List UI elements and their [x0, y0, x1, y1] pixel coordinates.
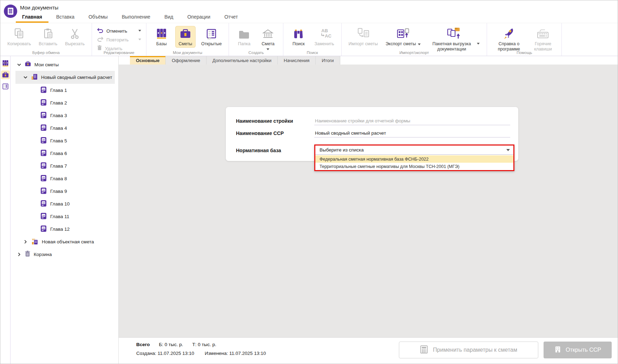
tree-item-object-estimate[interactable]: Новая объектная смета	[15, 235, 115, 248]
normative-base-select[interactable]: Выберите из списка	[315, 146, 513, 155]
svg-text:гл: гл	[42, 113, 45, 115]
tree-item-chapter[interactable]: гл Глава 3	[15, 109, 115, 122]
paste-label: Вставить	[39, 41, 57, 47]
ribbon-group-import-export: Импорт сметы Экспорт сметы Пакетная выгр…	[342, 23, 487, 56]
document-tab[interactable]: Оформление	[166, 56, 206, 65]
menu-tab-label: Отчет	[224, 14, 238, 20]
document-tab[interactable]: Основные	[130, 56, 166, 65]
create-estimate-button[interactable]: Смета	[258, 26, 278, 53]
option-label: Территориальные сметные нормативы для Мо…	[320, 164, 459, 169]
chapter-icon: гл	[40, 86, 47, 94]
ribbon-group-clipboard: Копировать Вставить Вырезать Буфер обмен…	[0, 23, 92, 56]
hotkeys-button[interactable]: Горячие клавиши	[529, 26, 557, 53]
menu-tab-label: Главная	[22, 14, 42, 20]
create-folder-label: Папка	[238, 41, 250, 47]
statusbar: Всего Б: 0 тыс. р. Т: 0 тыс. р. Создана:…	[119, 337, 618, 364]
about-button[interactable]: Справка о программе	[492, 26, 526, 53]
paste-icon	[42, 27, 54, 40]
batch-dropdown-caret-icon[interactable]	[477, 43, 480, 46]
open-ssr-button[interactable]: Открыть ССР	[544, 342, 612, 358]
construction-name-input[interactable]	[314, 117, 510, 125]
tree-item-label: Глава 11	[50, 214, 69, 219]
group-name-editing: Редактирование	[92, 50, 146, 55]
tree-item-label: Глава 5	[50, 138, 67, 143]
svg-text:гл: гл	[42, 227, 45, 229]
tree-item-chapter[interactable]: гл Глава 8	[15, 172, 115, 185]
ribbon-group-create: Папка Смета Создать	[229, 23, 283, 56]
menu-tab[interactable]: Отчет	[217, 12, 245, 23]
normative-base-label: Нормативная база	[236, 148, 314, 153]
create-folder-button[interactable]: Папка	[234, 26, 254, 48]
redo-dropdown-caret-icon[interactable]	[138, 39, 141, 42]
tree-item-chapter[interactable]: гл Глава 1	[15, 84, 115, 96]
menu-tab[interactable]: Вставка	[49, 12, 81, 23]
replace-button[interactable]: ABAC Заменить	[312, 26, 336, 48]
search-button[interactable]: Поиск	[288, 26, 309, 48]
tree-item-chapter[interactable]: гл Глава 7	[15, 160, 115, 172]
rail-opened-icon[interactable]	[1, 82, 10, 91]
tree-item-chapter[interactable]: гл Глава 6	[15, 147, 115, 160]
document-tab[interactable]: Начисления	[278, 56, 316, 65]
normative-base-option[interactable]: Федеральная сметная нормативная база ФСН…	[315, 155, 513, 163]
opened-button[interactable]: Открытые	[199, 26, 224, 48]
undo-icon	[97, 28, 104, 34]
construction-name-label: Наименование стройки	[236, 118, 314, 124]
undo-button[interactable]: Отменить	[97, 27, 141, 34]
copy-button[interactable]: Копировать	[5, 26, 33, 48]
paste-button[interactable]: Вставить	[37, 26, 59, 48]
tree-item-trash[interactable]: Корзина	[15, 248, 115, 261]
tree-item-chapter[interactable]: гл Глава 5	[15, 134, 115, 147]
tree-item-ssr[interactable]: Новый сводный сметный расчет	[15, 71, 115, 84]
apply-parameters-button[interactable]: Применить параметры к сметам	[399, 342, 538, 358]
export-icon	[396, 27, 410, 40]
normative-base-option[interactable]: Территориальные сметные нормативы для Мо…	[315, 163, 513, 170]
tree-item-label: Глава 4	[50, 126, 67, 131]
tree-item-chapter[interactable]: гл Глава 11	[15, 210, 115, 223]
bases-button[interactable]: Базы	[151, 26, 172, 48]
normative-base-option-list: Федеральная сметная нормативная база ФСН…	[315, 155, 513, 170]
titlebar: Мои документы Главная Вставка Объёмы Вып…	[0, 0, 618, 23]
tree-item-chapter[interactable]: гл Глава 9	[15, 185, 115, 197]
select-dropdown-caret-icon[interactable]	[506, 149, 510, 153]
undo-label: Отменить	[106, 28, 127, 34]
tree-item-chapter[interactable]: гл Глава 4	[15, 122, 115, 134]
chapter-icon: гл	[40, 112, 47, 120]
tree-item-label: Глава 6	[50, 151, 67, 156]
batch-export-button[interactable]: Пакетная выгрузка документации	[426, 26, 482, 53]
estimates-button[interactable]: Сметы	[175, 26, 196, 48]
replace-label: Заменить	[314, 41, 334, 47]
menu-tab[interactable]: Главная	[15, 12, 49, 23]
create-estimate-label: Смета	[262, 41, 275, 47]
import-estimate-label: Импорт сметы	[349, 41, 378, 47]
current-total-value: Т: 0 тыс. р.	[192, 342, 216, 347]
tree-item-chapter[interactable]: гл Глава 10	[15, 197, 115, 210]
chapter-icon: гл	[40, 162, 47, 170]
export-estimate-button[interactable]: Экспорт сметы	[383, 26, 423, 48]
tree-item-chapter[interactable]: гл Глава 12	[15, 223, 115, 235]
menu-tab[interactable]: Выполнение	[115, 12, 157, 23]
tree-item-label: Глава 9	[50, 189, 67, 194]
chapter-icon: гл	[40, 225, 47, 233]
chapter-icon: гл	[40, 175, 47, 183]
undo-dropdown-caret-icon[interactable]	[138, 30, 141, 33]
tree-item-my-estimates[interactable]: Мои сметы	[15, 58, 115, 71]
menu-tab[interactable]: Операции	[180, 12, 217, 23]
export-dropdown-caret-icon[interactable]	[418, 43, 421, 47]
rail-bases-icon[interactable]	[1, 59, 10, 68]
chapter-icon: гл	[40, 187, 47, 195]
tree-item-chapter[interactable]: гл Глава 2	[15, 96, 115, 109]
menu-tab[interactable]: Вид	[157, 12, 180, 23]
redo-label: Повторить	[106, 37, 129, 42]
svg-text:гл: гл	[42, 88, 45, 90]
rail-estimates-icon[interactable]	[1, 70, 10, 79]
cut-button[interactable]: Вырезать	[63, 26, 87, 48]
redo-button[interactable]: Повторить	[97, 36, 141, 43]
redo-icon	[97, 36, 104, 43]
import-estimate-button[interactable]: Импорт сметы	[347, 26, 380, 48]
ssr-name-input[interactable]	[314, 129, 510, 137]
building-crane-icon	[31, 238, 39, 246]
menu-tab-label: Вставка	[56, 14, 74, 20]
document-tab[interactable]: Итоги	[316, 56, 340, 65]
menu-tab[interactable]: Объёмы	[81, 12, 115, 23]
document-tab[interactable]: Дополнительные настройки	[206, 56, 278, 65]
